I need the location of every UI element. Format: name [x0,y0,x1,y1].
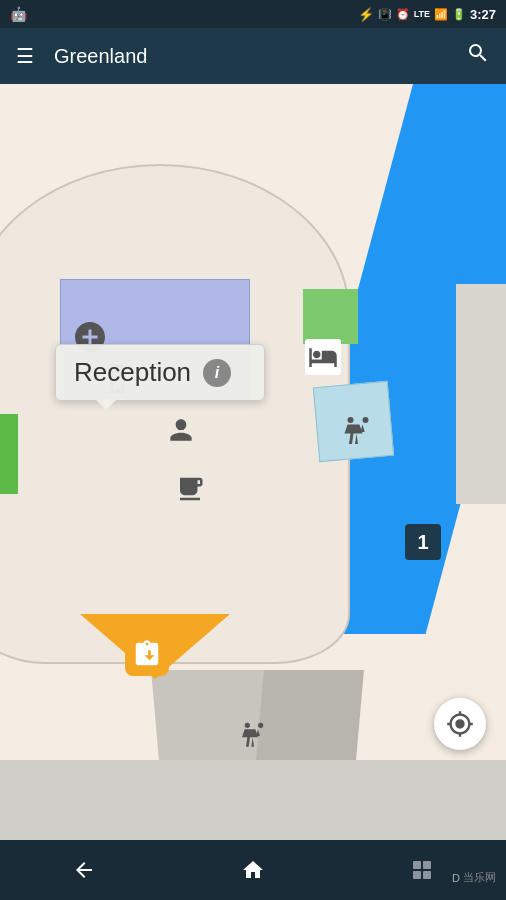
number-badge: 1 [405,524,441,560]
info-button[interactable]: i [203,359,231,387]
svg-rect-2 [423,861,431,869]
map-area[interactable]: 1 Reception i [0,84,506,840]
concierge-icon [165,414,197,446]
location-button[interactable] [434,698,486,750]
battery-icon: 🔋 [452,8,466,21]
status-bar: 🤖 ⚡ 📳 ⏰ LTE 📶 🔋 3:27 [0,0,506,28]
svg-rect-1 [413,861,421,869]
svg-rect-3 [413,871,421,879]
lte-icon: LTE [414,9,430,19]
dnet-icon: D [452,872,460,884]
hotel-icon [305,339,341,375]
svg-rect-4 [423,871,431,879]
time-display: 3:27 [470,7,496,22]
alarm-icon: ⏰ [396,8,410,21]
recent-apps-button[interactable] [410,858,434,882]
android-icon: 🤖 [10,6,27,22]
app-title: Greenland [54,45,466,68]
escalator-icon[interactable] [125,632,169,676]
back-button[interactable] [72,858,96,882]
bottom-nav: D 当乐网 [0,840,506,900]
signal-icon: 📶 [434,8,448,21]
search-icon[interactable] [466,41,490,71]
persons-bottom-icon [238,720,270,752]
reception-popup[interactable]: Reception i [55,344,265,401]
vibrate-icon: 📳 [378,8,392,21]
bluetooth-icon: ⚡ [358,7,374,22]
toilet-icon [340,414,376,450]
svg-rect-0 [178,427,183,430]
coffee-icon [175,474,205,504]
home-button[interactable] [241,858,265,882]
reception-label: Reception [74,357,191,388]
watermark-text: 当乐网 [463,870,496,885]
green-patch [303,289,358,344]
watermark: D 当乐网 [452,870,496,885]
menu-icon[interactable]: ☰ [16,46,34,66]
app-bar: ☰ Greenland [0,28,506,84]
gray-section-right [256,670,364,760]
green-bar-left [0,414,18,494]
gray-road [0,760,506,840]
gray-right-panel [456,284,506,504]
